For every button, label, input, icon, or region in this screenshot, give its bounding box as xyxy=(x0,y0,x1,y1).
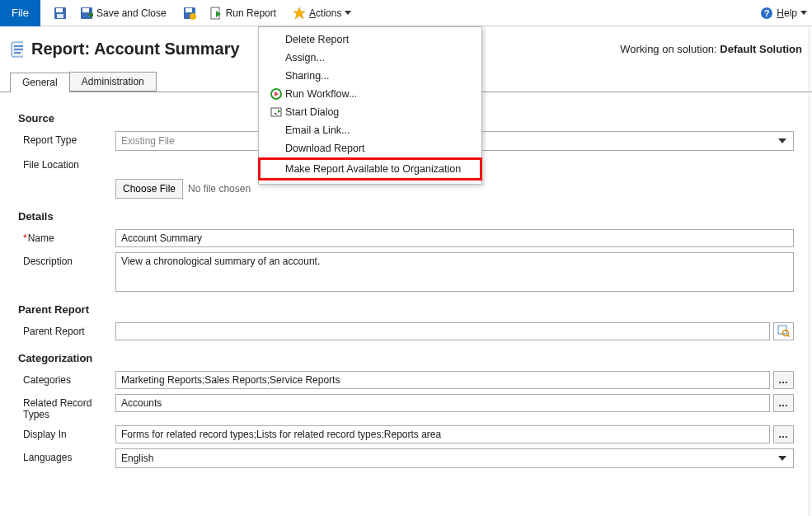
display-in-input[interactable] xyxy=(115,425,770,443)
label-display-in: Display In xyxy=(18,425,115,440)
menu-item-sharing[interactable]: Sharing... xyxy=(259,67,481,85)
related-record-types-edit-button[interactable]: … xyxy=(773,394,794,412)
svg-rect-17 xyxy=(14,49,23,50)
label-report-type: Report Type xyxy=(18,131,115,146)
tab-administration[interactable]: Administration xyxy=(69,72,157,91)
menu-item-run-workflow[interactable]: Run Workflow... xyxy=(259,85,481,103)
menu-item-start-dialog[interactable]: Start Dialog xyxy=(259,103,481,121)
svg-text:?: ? xyxy=(764,8,770,18)
report-entity-icon xyxy=(10,43,23,56)
no-file-chosen-text: No file chosen xyxy=(188,183,251,195)
section-parent-report: Parent Report xyxy=(18,303,794,316)
save-button[interactable] xyxy=(49,0,75,26)
label-parent-report: Parent Report xyxy=(18,322,115,337)
actions-dropdown-menu: Delete Report Assign... Sharing... Run W… xyxy=(258,26,482,185)
toolbar: File Save and Close Run Report Actions xyxy=(0,0,812,26)
scrollbar[interactable] xyxy=(809,26,812,516)
svg-rect-16 xyxy=(14,45,23,47)
name-input[interactable] xyxy=(115,229,794,247)
ellipsis-icon: … xyxy=(778,429,789,440)
description-textarea[interactable]: View a chronological summary of an accou… xyxy=(115,252,794,292)
svg-rect-2 xyxy=(57,14,63,18)
choose-file-button[interactable]: Choose File xyxy=(115,179,183,199)
menu-item-assign[interactable]: Assign... xyxy=(259,49,481,67)
svg-rect-6 xyxy=(185,8,192,12)
label-related-record-types: Related Record Types xyxy=(18,394,115,420)
label-categories: Categories xyxy=(18,371,115,386)
workflow-icon xyxy=(267,88,285,100)
section-categorization: Categorization xyxy=(18,352,794,364)
save-close-icon xyxy=(80,7,93,20)
label-name: *Name xyxy=(18,229,115,244)
help-button[interactable]: ? Help xyxy=(755,0,812,26)
label-description: Description xyxy=(18,252,115,267)
menu-item-delete-report[interactable]: Delete Report xyxy=(259,30,481,49)
help-icon: ? xyxy=(760,7,773,20)
parent-report-lookup-button[interactable] xyxy=(773,322,794,340)
svg-rect-13 xyxy=(271,108,281,116)
menu-item-email-link[interactable]: Email a Link... xyxy=(259,121,481,139)
svg-line-21 xyxy=(788,335,790,336)
save-and-close-button[interactable]: Save and Close xyxy=(75,0,171,26)
display-in-edit-button[interactable]: … xyxy=(773,425,794,443)
dialog-icon xyxy=(267,106,285,118)
run-report-label: Run Report xyxy=(226,7,276,19)
actions-icon xyxy=(293,7,306,20)
svg-rect-4 xyxy=(82,8,89,12)
actions-label: Actions xyxy=(309,7,341,19)
svg-rect-18 xyxy=(14,52,21,54)
solution-context: Working on solution: Default Solution xyxy=(620,43,802,55)
chevron-down-icon xyxy=(345,11,351,15)
actions-menu-button[interactable]: Actions xyxy=(288,0,356,26)
categories-edit-button[interactable]: … xyxy=(773,371,794,389)
menu-item-download-report[interactable]: Download Report xyxy=(259,139,481,157)
help-label: Help xyxy=(777,7,797,19)
parent-report-input[interactable] xyxy=(115,322,770,340)
lookup-icon xyxy=(777,324,790,340)
related-record-types-input[interactable] xyxy=(115,394,770,412)
languages-select[interactable]: English xyxy=(115,448,794,468)
save-as-button[interactable] xyxy=(178,0,204,26)
svg-rect-1 xyxy=(56,8,63,12)
menu-item-make-available-org[interactable]: Make Report Available to Organization xyxy=(258,157,482,181)
categories-input[interactable] xyxy=(115,371,770,389)
ellipsis-icon: … xyxy=(778,374,789,386)
label-file-location: File Location xyxy=(18,156,115,171)
svg-marker-9 xyxy=(293,7,305,19)
run-report-icon xyxy=(209,7,223,20)
run-report-button[interactable]: Run Report xyxy=(204,0,281,26)
save-icon xyxy=(54,7,67,20)
save-and-close-label: Save and Close xyxy=(96,7,167,19)
svg-point-7 xyxy=(190,13,196,20)
label-languages: Languages xyxy=(18,448,115,463)
file-menu-button[interactable]: File xyxy=(0,0,40,26)
tab-general[interactable]: General xyxy=(10,73,70,92)
section-details: Details xyxy=(18,210,794,223)
ellipsis-icon: … xyxy=(778,397,789,409)
chevron-down-icon xyxy=(800,11,807,15)
save-as-icon xyxy=(183,7,196,20)
